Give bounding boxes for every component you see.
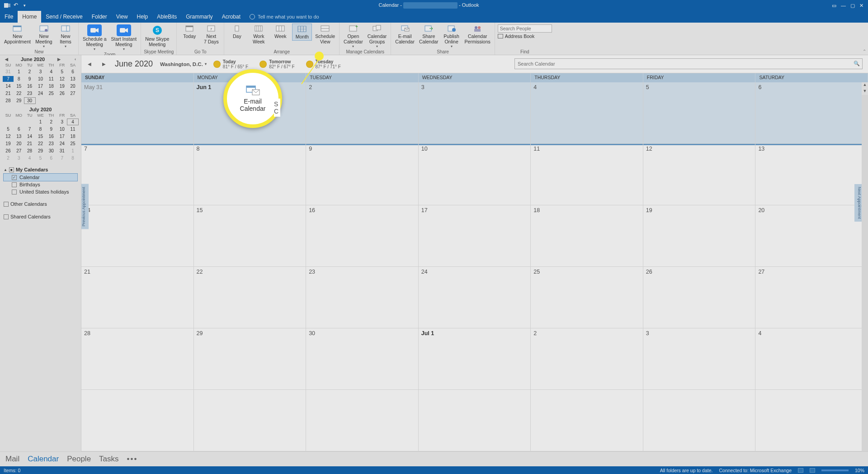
calendar-cell[interactable]: 3	[419, 82, 531, 144]
calendar-cell[interactable]: 8	[194, 144, 307, 205]
calendar-cell[interactable]: 27	[755, 267, 868, 328]
calendar-tree-item[interactable]: Birthdays	[4, 181, 77, 188]
calendar-cell[interactable]: 13	[755, 144, 868, 205]
calendar-cell[interactable]: 3	[643, 328, 756, 390]
next-7-days-button[interactable]: 7Next 7 Days	[201, 24, 221, 45]
minical-day[interactable]: 19	[3, 141, 14, 147]
minical-day[interactable]: 9	[46, 126, 57, 132]
minical-day[interactable]: 16	[46, 133, 57, 139]
minical2-grid[interactable]: SUMOTUWETHFRSA12345678910111213141516171…	[0, 113, 81, 163]
calendar-cell[interactable]: 15	[194, 205, 307, 267]
previous-appointment-tab[interactable]: Previous Appointment	[81, 184, 89, 229]
calendar-cell[interactable]: 29	[194, 328, 307, 390]
minical-day[interactable]: 3	[14, 155, 24, 161]
calendar-cell[interactable]: 28	[81, 328, 194, 390]
next-month-icon[interactable]: ▶	[100, 61, 108, 67]
minical-day[interactable]: 13	[67, 76, 78, 82]
tab-file[interactable]: File	[0, 11, 18, 23]
calendar-cell[interactable]: 5	[643, 82, 756, 144]
day-view-button[interactable]: Day	[227, 24, 247, 40]
minical-day[interactable]: 26	[3, 148, 14, 154]
today-button[interactable]: Today	[179, 24, 199, 40]
minical-day[interactable]: 17	[57, 133, 67, 139]
share-calendar-button[interactable]: Share Calendar	[418, 24, 440, 45]
minical-day[interactable]: 8	[35, 126, 46, 132]
minical-day[interactable]: 23	[46, 141, 57, 147]
nav-people[interactable]: People	[67, 455, 91, 464]
minical-day[interactable]: 7	[3, 76, 14, 82]
minical-day[interactable]: 28	[3, 98, 14, 104]
tell-me-search[interactable]: Tell me what you want to do	[245, 11, 319, 23]
minical-day[interactable]: 11	[46, 76, 57, 82]
minical-day[interactable]: 5	[3, 126, 14, 132]
calendar-cell[interactable]: 30	[306, 328, 419, 390]
minical-day[interactable]: 21	[3, 90, 14, 96]
new-skype-meeting-button[interactable]: SNew Skype Meeting	[144, 24, 170, 48]
calendar-cell[interactable]: 10	[419, 144, 531, 205]
calendar-cell[interactable]: 23	[306, 267, 419, 328]
calendar-cell[interactable]	[755, 390, 868, 451]
minical-day[interactable]: 21	[24, 141, 35, 147]
minical-day[interactable]: 6	[14, 126, 24, 132]
minical1-grid[interactable]: SUMOTUWETHFRSA31123456789101112131415161…	[0, 63, 81, 105]
nav-tasks[interactable]: Tasks	[99, 455, 118, 464]
minical-day[interactable]: 24	[57, 141, 67, 147]
minical-day[interactable]: 12	[57, 76, 67, 82]
vertical-scrollbar[interactable]: ▲▼	[862, 82, 868, 451]
new-appointment-button[interactable]: New Appointment	[3, 24, 32, 45]
minical-day[interactable]: 29	[35, 148, 46, 154]
calendar-cell[interactable]: 2	[306, 82, 419, 144]
email-calendar-button[interactable]: E-mail Calendar	[394, 24, 416, 45]
minical-day[interactable]: 14	[3, 83, 14, 89]
calendar-cell[interactable]	[81, 390, 194, 451]
checkbox-icon[interactable]	[12, 190, 17, 194]
week-view-button[interactable]: Week	[270, 24, 290, 40]
calendar-cell[interactable]: 6	[755, 82, 868, 144]
work-week-view-button[interactable]: Work Week	[249, 24, 269, 45]
tab-grammarly[interactable]: Grammarly	[181, 11, 217, 23]
tab-home[interactable]: Home	[18, 11, 41, 23]
minical-day[interactable]: 20	[67, 83, 78, 89]
minical-day[interactable]: 5	[35, 155, 46, 161]
minical-day[interactable]: 18	[46, 83, 57, 89]
calendar-cell[interactable]: 17	[419, 205, 531, 267]
minical-day[interactable]: 8	[14, 76, 24, 82]
minical-day[interactable]: 6	[46, 155, 57, 161]
minical-day[interactable]: 28	[24, 148, 35, 154]
minical-day[interactable]: 15	[35, 133, 46, 139]
calendar-grid[interactable]: May 31Jun 123456789101112131415161718192…	[81, 82, 868, 451]
start-instant-zoom-meeting-button[interactable]: Start Instant Meeting▾	[110, 24, 138, 52]
minical-day[interactable]: 11	[67, 126, 78, 132]
tab-acrobat[interactable]: Acrobat	[217, 11, 245, 23]
minical-day[interactable]: 25	[46, 90, 57, 96]
calendar-cell[interactable]	[643, 390, 756, 451]
minical-day[interactable]: 31	[57, 148, 67, 154]
minical-day[interactable]: 18	[67, 133, 78, 139]
minical-day[interactable]: 27	[14, 148, 24, 154]
calendar-cell[interactable]: 24	[419, 267, 531, 328]
calendar-cell[interactable]: 11	[531, 144, 643, 205]
calendar-cell[interactable]: 7	[81, 144, 194, 205]
minical-next-icon[interactable]: ▶	[56, 57, 62, 62]
minical-day[interactable]: 6	[67, 69, 78, 75]
minical-day[interactable]: 26	[57, 90, 67, 96]
minical-day[interactable]: 2	[24, 69, 35, 75]
minical-day[interactable]: 1	[67, 148, 78, 154]
minical-day[interactable]: 22	[14, 90, 24, 96]
month-view-button[interactable]: Month	[292, 24, 312, 41]
calendar-cell[interactable]: 26	[643, 267, 756, 328]
schedule-zoom-meeting-button[interactable]: Schedule a Meeting▾	[81, 24, 108, 52]
calendar-cell[interactable]	[419, 390, 531, 451]
tab-view[interactable]: View	[112, 11, 132, 23]
minical-day[interactable]: 1	[14, 69, 24, 75]
zoom-slider[interactable]	[821, 469, 849, 471]
weather-location-button[interactable]: Washington, D.C. ▾	[160, 62, 207, 67]
next-appointment-tab[interactable]: Next Appointment	[854, 184, 862, 222]
tab-folder[interactable]: Folder	[87, 11, 112, 23]
minical-day[interactable]: 14	[24, 133, 35, 139]
minical-day[interactable]: 29	[14, 98, 24, 104]
calendar-tree-item[interactable]: ✓Calendar	[4, 174, 77, 181]
tab-ablebits[interactable]: AbleBits	[152, 11, 181, 23]
minical-day[interactable]: 10	[57, 126, 67, 132]
minical-day[interactable]: 5	[57, 69, 67, 75]
